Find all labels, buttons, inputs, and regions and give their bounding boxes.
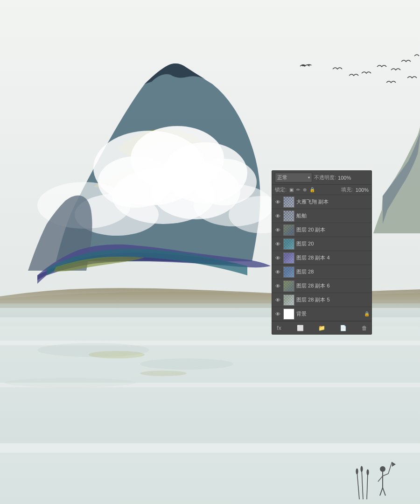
layer-visibility-icon[interactable]: 👁	[274, 282, 281, 290]
layer-name: 图层 28	[296, 268, 370, 275]
layer-row[interactable]: 👁 图层 28 副本 6	[272, 279, 371, 293]
blend-mode-label: 正常	[277, 174, 287, 181]
add-layer-style-button[interactable]: fx	[275, 324, 283, 332]
fill-label: 填充:	[341, 186, 353, 193]
layer-visibility-icon[interactable]: 👁	[274, 268, 281, 276]
svg-point-21	[89, 351, 145, 358]
layer-thumbnail	[283, 196, 294, 208]
layer-name: 图层 20	[296, 240, 370, 247]
svg-point-19	[140, 358, 233, 370]
svg-point-35	[367, 469, 369, 475]
layer-visibility-icon[interactable]: 👁	[274, 296, 281, 304]
fill-value[interactable]: 100%	[356, 187, 369, 193]
lock-draw-icon[interactable]: ✏	[296, 187, 300, 192]
layer-name: 图层 28 副本 6	[296, 282, 370, 289]
panel-blend-opacity-row: 正常 ▾ 不透明度: 100%	[272, 171, 371, 185]
new-layer-button[interactable]: 📄	[339, 324, 347, 332]
layers-panel: 正常 ▾ 不透明度: 100% 锁定: ▣ ✏ ⊕ 🔒 填充: 100% 👁 大…	[272, 170, 372, 335]
layer-visibility-icon[interactable]: 👁	[274, 198, 281, 206]
layer-thumbnail	[283, 224, 294, 236]
opacity-label: 不透明度:	[314, 174, 336, 181]
layer-thumbnail	[283, 266, 294, 278]
opacity-value[interactable]: 100%	[338, 175, 351, 181]
blend-mode-arrow: ▾	[308, 175, 310, 180]
add-mask-button[interactable]: ⬜	[296, 324, 305, 332]
layer-thumbnail	[283, 238, 294, 250]
panel-lock-row: 锁定: ▣ ✏ ⊕ 🔒 填充: 100%	[272, 185, 371, 195]
lock-all-icon[interactable]: 🔒	[309, 187, 315, 192]
layer-row[interactable]: 👁 大雁飞翔 副本	[272, 195, 371, 209]
layer-row[interactable]: 👁 图层 20 副本	[272, 223, 371, 237]
layer-row[interactable]: 👁 图层 28 副本 5	[272, 293, 371, 307]
layer-thumbnail	[283, 280, 294, 292]
svg-point-34	[361, 466, 363, 472]
layer-thumbnail	[283, 252, 294, 264]
layer-visibility-icon[interactable]: 👁	[274, 240, 281, 248]
layer-visibility-icon[interactable]: 👁	[274, 212, 281, 220]
blend-mode-dropdown[interactable]: 正常 ▾	[275, 173, 312, 182]
layer-name: 图层 20 副本	[296, 226, 370, 233]
svg-point-22	[140, 371, 187, 376]
layer-thumbnail	[283, 308, 294, 320]
lock-move-icon[interactable]: ⊕	[303, 187, 307, 192]
layer-row[interactable]: 👁 图层 28 副本 4	[272, 251, 371, 265]
layer-lock-icon: 🔒	[364, 311, 370, 316]
layer-name: 大雁飞翔 副本	[296, 198, 370, 205]
layer-name: 图层 28 副本 4	[296, 254, 370, 261]
svg-point-24	[380, 466, 385, 472]
layer-thumbnail	[283, 294, 294, 306]
svg-rect-16	[0, 383, 420, 453]
panel-footer: fx ⬜ 📁 📄 🗑	[272, 321, 371, 334]
svg-point-33	[356, 469, 358, 474]
lock-label: 锁定:	[275, 186, 287, 193]
delete-layer-button[interactable]: 🗑	[360, 324, 369, 332]
svg-point-20	[5, 378, 135, 387]
layer-row[interactable]: 👁 背景 🔒	[272, 307, 371, 321]
layer-name: 船舶	[296, 212, 370, 219]
layer-name: 图层 28 副本 5	[296, 296, 370, 303]
layer-row[interactable]: 👁 船舶	[272, 209, 371, 223]
layer-row[interactable]: 👁 图层 20	[272, 237, 371, 251]
layer-visibility-icon[interactable]: 👁	[274, 226, 281, 234]
layer-name: 背景	[296, 310, 362, 317]
lock-checkbox-icon[interactable]: ▣	[289, 187, 294, 192]
new-group-button[interactable]: 📁	[318, 324, 326, 332]
layer-row[interactable]: 👁 图层 28	[272, 265, 371, 279]
layer-visibility-icon[interactable]: 👁	[274, 254, 281, 262]
layer-visibility-icon[interactable]: 👁	[274, 310, 281, 318]
layer-thumbnail	[283, 210, 294, 222]
